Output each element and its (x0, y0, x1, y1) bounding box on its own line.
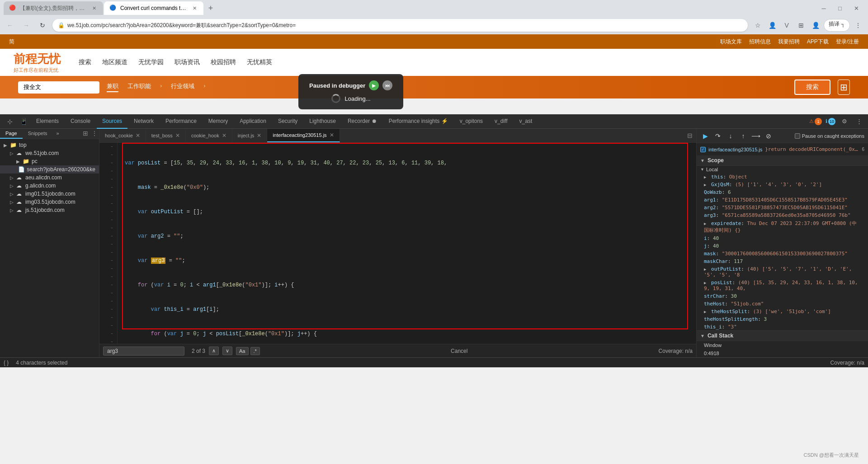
devtools-tab-v-ast[interactable]: v_ast (514, 114, 538, 129)
devtools-tab-security[interactable]: Security (273, 114, 303, 129)
tree-item-js51job[interactable]: ▷ ☁ js.51jobcdn.com (0, 206, 99, 214)
site-tab-zhiye[interactable]: 工作职能 (127, 82, 151, 92)
close-button[interactable]: ✕ (850, 2, 863, 14)
tab-2[interactable]: 🔵 Convert curl commands to G... ✕ (104, 1, 203, 15)
page-sub-tab[interactable]: Page (0, 129, 23, 139)
search-input-bottom[interactable] (103, 347, 184, 356)
scope-arg3[interactable]: arg3: "6571ca85589a58837266ed0e35a8705d4… (697, 211, 868, 219)
menu-icon[interactable]: ⋮ (852, 19, 864, 32)
scope-qowazb[interactable]: QoWazb: 6 (697, 188, 868, 196)
scope-maskchar[interactable]: maskChar: 117 (697, 258, 868, 265)
step-over-btn[interactable]: ↷ (713, 131, 723, 141)
devtools-tab-application[interactable]: Application (234, 114, 272, 129)
editor-tab-test-boss[interactable]: test_boss ✕ (146, 129, 186, 142)
scope-poslist[interactable]: ▶ posList: (40) [15, 35, 29, 24, 33, 16,… (697, 279, 868, 292)
scope-strchar[interactable]: strChar: 30 (697, 292, 868, 300)
scope-arg1[interactable]: arg1: "E11D175D8531405D6C1558517B8579FAD… (697, 196, 868, 204)
devtools-tab-recorder[interactable]: Recorder ⏺ (342, 114, 382, 129)
tab1-close[interactable]: ✕ (90, 5, 98, 12)
extensions-icon[interactable]: ⊞ (795, 19, 807, 32)
site-nav-school[interactable]: 无忧学园 (138, 58, 164, 66)
tab-interfaceacting-close[interactable]: ✕ (330, 132, 334, 138)
reload-button[interactable]: ↻ (36, 19, 49, 32)
site-nav-zhaopins[interactable]: 招聘信息 (749, 38, 771, 46)
translate-button[interactable]: 插译 ┐ (824, 19, 850, 32)
step-out-btn[interactable]: ↑ (738, 131, 748, 141)
editor-tab-cookie-hook[interactable]: cookie_hook ✕ (186, 129, 232, 142)
devtools-icon-device[interactable]: 📱 (17, 114, 30, 129)
collapse-panel-btn[interactable]: ⊟ (684, 129, 696, 142)
tab-1[interactable]: 🔴 【兼职(全文),贵阳招聘，求职】 ✕ (4, 1, 103, 15)
more-sub-tabs[interactable]: » (53, 129, 63, 139)
site-nav-info[interactable]: 职场资讯 (175, 58, 200, 66)
scope-header[interactable]: ▼ Scope (697, 155, 868, 166)
scope-j[interactable]: j: 40 (697, 242, 868, 250)
tree-item-img03[interactable]: ▷ ☁ img03.51jobcdn.com (0, 198, 99, 206)
new-source-btn[interactable]: ⊞ (81, 129, 90, 138)
maximize-button[interactable]: □ (834, 2, 846, 14)
devtools-tab-lighthouse[interactable]: Lighthouse (304, 114, 341, 129)
forward-button[interactable]: → (20, 19, 33, 32)
tab-inject-close[interactable]: ✕ (257, 132, 261, 139)
search-next-btn[interactable]: ∨ (222, 347, 232, 355)
tab-cookie-hook-close[interactable]: ✕ (222, 132, 226, 139)
editor-tab-hook-cookie[interactable]: hook_cookie ✕ (99, 129, 146, 142)
scope-this[interactable]: ▶ this: Object (697, 173, 868, 181)
tab-test-boss-close[interactable]: ✕ (175, 132, 180, 139)
profile-icon[interactable]: 👤 (766, 19, 778, 32)
site-search-input[interactable] (18, 81, 99, 94)
tree-item-top[interactable]: ▶ 📁 top (0, 141, 99, 149)
devtools-tab-sources[interactable]: Sources (97, 114, 127, 129)
devtools-tab-console[interactable]: Console (65, 114, 96, 129)
resume-btn[interactable]: ▶ (700, 131, 710, 141)
site-nav-apps[interactable]: APP下载 (807, 38, 829, 46)
tab-hook-cookie-close[interactable]: ✕ (136, 132, 140, 139)
user-icon[interactable]: 👤 (809, 19, 822, 32)
site-tab-jianzhi[interactable]: 兼职 (107, 82, 118, 92)
regex-btn[interactable]: .* (250, 347, 260, 355)
devtools-tab-v-diff[interactable]: v_diff (489, 114, 513, 129)
tab2-close[interactable]: ✕ (191, 5, 198, 12)
back-button[interactable]: ← (4, 19, 16, 32)
site-nav-wenkus[interactable]: 职场文库 (720, 38, 742, 46)
site-nav-region[interactable]: 地区频道 (102, 58, 127, 66)
scope-thisi[interactable]: this_i: "3" (697, 323, 868, 330)
site-search-button[interactable]: 搜索 (794, 80, 830, 95)
tree-item-g-ali[interactable]: ▷ ☁ g.alicdn.com (0, 182, 99, 190)
address-box[interactable]: 🔒 we.51job.com/pc/search?jobArea=260200&… (52, 19, 748, 32)
tree-item-pc[interactable]: ▶ 📁 pc (0, 157, 99, 165)
scope-thehost[interactable]: theHost: "51job.com" (697, 300, 868, 308)
devtools-tab-perf-insights[interactable]: Performance insights ⚡ (383, 114, 453, 129)
local-scope-header[interactable]: ▼ Local (697, 166, 868, 173)
step-btn[interactable]: ⟶ (751, 131, 761, 141)
tree-item-img01[interactable]: ▷ ☁ img01.51jobcdn.com (0, 190, 99, 198)
bookmark-icon[interactable]: ☆ (751, 19, 764, 32)
site-nav-wzhaopins[interactable]: 我要招聘 (778, 38, 800, 46)
new-tab-button[interactable]: + (204, 2, 217, 14)
scope-expiredate[interactable]: ▶ expiredate: Thu Dec 07 2023 22:37:09 G… (697, 219, 868, 234)
step-into-btn[interactable]: ↓ (726, 131, 736, 141)
scope-thehostsplit[interactable]: ▶ theHostSplit: (3) ['we', '51job', 'com… (697, 308, 868, 315)
tree-item-aeu[interactable]: ▷ ☁ aeu.alicdn.com (0, 173, 99, 182)
site-nav-campus[interactable]: 校园招聘 (211, 58, 236, 66)
search-prev-btn[interactable]: ∧ (209, 347, 219, 355)
pause-caught-cb[interactable] (795, 133, 800, 139)
case-sensitive-btn[interactable]: Aa (236, 347, 248, 355)
site-nav-elite[interactable]: 无忧精英 (247, 58, 272, 66)
scope-gxjqsm[interactable]: ▶ GxjQsM: (5) ['1', '4', '3', '0', '2'] (697, 181, 868, 188)
snippets-sub-tab[interactable]: Snippets (23, 129, 53, 139)
scope-thehostsplitlen[interactable]: theHostSplitLength: 3 (697, 315, 868, 323)
call-stack-item-addr[interactable]: 0:4918 (697, 349, 868, 357)
devtools-tab-performance[interactable]: Performance (160, 114, 202, 129)
sync-source-btn[interactable]: ⋮ (90, 129, 99, 138)
call-stack-header[interactable]: ▼ Call Stack (697, 331, 868, 341)
site-simple-link[interactable]: 简 (9, 38, 14, 46)
devtools-tab-elements[interactable]: Elements (31, 114, 64, 129)
devtools-tab-network[interactable]: Network (128, 114, 159, 129)
minimize-button[interactable]: ─ (817, 2, 830, 14)
scope-outputlist[interactable]: ▶ outPutList: (40) ['5', '5', '7', '1', … (697, 265, 868, 279)
editor-tab-inject[interactable]: inject.js ✕ (232, 129, 268, 142)
tree-item-search[interactable]: 📄 search?jobArea=260200&ke (0, 165, 99, 173)
site-tab-hangye[interactable]: 行业领域 (171, 82, 194, 92)
devtools-tab-v-opitons[interactable]: v_opitons (454, 114, 488, 129)
